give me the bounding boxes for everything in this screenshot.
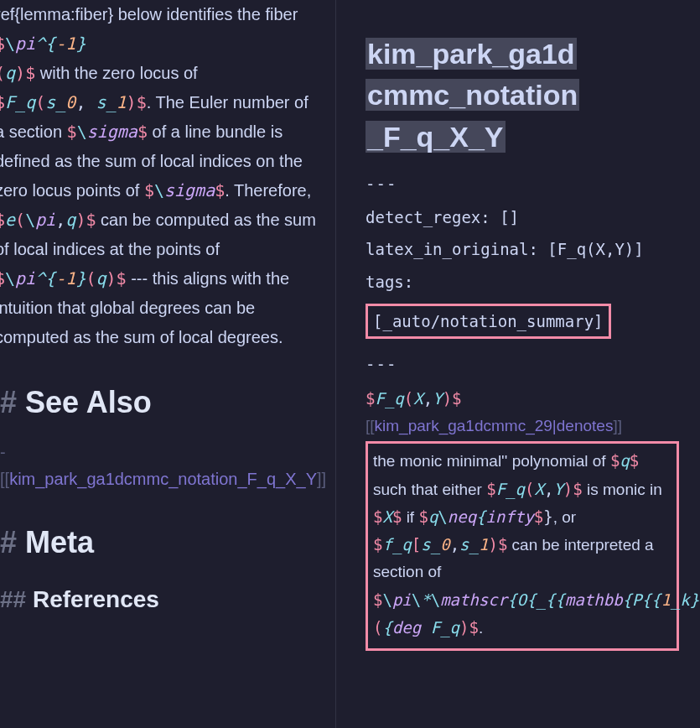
rp: ) (443, 389, 452, 408)
dollar: $ (373, 507, 382, 526)
left-body-text: ref{lemma:fiber} below identifies the fi… (0, 0, 319, 352)
u: _ (431, 535, 440, 554)
lb: { (382, 618, 391, 637)
dollar: $ (67, 122, 77, 142)
f: f (382, 535, 391, 554)
title-line3: _F_q_X_Y (366, 121, 506, 153)
see-also-link[interactable]: - [[kim_park_ga1dcmmc_notation_F_q_X_Y]] (0, 439, 319, 492)
meta-detect-regex: detect_regex: [] (366, 204, 679, 231)
title: References (26, 586, 159, 612)
dollar: $ (215, 180, 225, 200)
lb: [ (412, 535, 421, 554)
text: with the zero locus of (35, 64, 197, 82)
dollar: $ (373, 535, 382, 554)
q: q (428, 507, 438, 526)
num: -1 (55, 268, 75, 289)
text: if (402, 508, 418, 526)
bs: \ (412, 590, 421, 609)
s: s (459, 535, 469, 554)
title-line1: kim_park_ga1d (366, 38, 577, 70)
rb: } (690, 590, 699, 609)
k: k (680, 590, 689, 609)
lp: ( (404, 389, 413, 408)
br-open: [[ (366, 417, 375, 434)
dollar: $ (392, 507, 402, 526)
period: . (479, 619, 483, 637)
q: q (394, 389, 403, 408)
n1: 1 (479, 535, 488, 554)
Y: Y (553, 480, 563, 498)
lp: ( (35, 92, 45, 112)
P: P (632, 590, 641, 609)
rp: ) (75, 210, 86, 230)
dollar: $ (117, 268, 127, 289)
dollar: $ (373, 590, 382, 609)
brace: } (75, 34, 86, 54)
dollar: $ (144, 180, 154, 200)
lb: {{ (546, 590, 565, 609)
bs: \ (431, 590, 440, 609)
e: e (5, 210, 15, 230)
brace: } (75, 268, 86, 289)
u: _ (15, 92, 25, 112)
title: Meta (17, 525, 94, 559)
kw-pi: pi (35, 210, 55, 230)
F: F (375, 389, 384, 408)
bs: \ (25, 210, 35, 230)
bs: \ (5, 268, 15, 289)
comma: , (423, 389, 433, 408)
right-preview-pane: kim_park_ga1d cmmc_notation _F_q_X_Y ---… (335, 0, 700, 728)
lb: { (507, 590, 516, 609)
heading-see-also: # See Also (0, 376, 319, 429)
rp: ) (15, 63, 25, 83)
rp: ) (459, 618, 469, 637)
q: q (450, 618, 459, 637)
s: s (45, 92, 55, 112)
dollar: $ (498, 535, 507, 554)
dollar: $ (573, 480, 582, 498)
u: _ (469, 535, 479, 554)
dollar: $ (418, 507, 428, 526)
u: _ (392, 535, 402, 554)
title: See Also (17, 385, 152, 419)
dollar: $ (630, 451, 639, 470)
rp: ) (563, 480, 573, 498)
rp: ) (106, 268, 117, 289)
s: s (96, 92, 106, 112)
q: q (402, 535, 411, 554)
title-line2: cmmc_notation (366, 79, 579, 111)
wikilink[interactable]: kim_park_ga1dcmmc_29|denotes (375, 417, 614, 434)
q: q (65, 210, 75, 230)
bs: \ (438, 507, 447, 526)
lp: ( (86, 268, 96, 289)
comma: , (55, 210, 65, 230)
u: _ (537, 590, 546, 609)
q: q (5, 63, 15, 83)
kw-pi: pi (15, 268, 35, 289)
note-title[interactable]: kim_park_ga1d cmmc_notation _F_q_X_Y (366, 34, 679, 158)
u: _ (440, 618, 449, 637)
u: _ (106, 92, 117, 112)
link-text[interactable]: kim_park_ga1dcmmc_notation_F_q_X_Y (9, 470, 317, 488)
lb: { (476, 507, 485, 526)
lp: ( (373, 618, 382, 637)
one: 1 (661, 590, 670, 609)
highlighted-definition: the monic minimal'' polynomial of $q$ su… (366, 441, 679, 651)
F: F (5, 92, 15, 112)
hash: # (0, 385, 17, 419)
lp: ( (525, 480, 534, 498)
q: q (25, 92, 35, 112)
heading-references: ## References (0, 579, 319, 620)
text: is monic in (583, 481, 662, 498)
kw-mathbb: mathbb (565, 590, 623, 609)
tag-auto-notation[interactable]: [_auto/notation_summary] (366, 304, 611, 339)
dollar: $ (137, 122, 148, 142)
X: X (413, 389, 423, 408)
text: ref{lemma:fiber} below identifies the fi… (0, 5, 298, 23)
dollar: $ (610, 451, 620, 470)
left-editor-pane: ref{lemma:fiber} below identifies the fi… (0, 0, 335, 728)
q: q (620, 451, 629, 470)
bs: \ (154, 180, 164, 200)
heading-meta: # Meta (0, 516, 319, 569)
kw-deg: deg (392, 618, 421, 637)
